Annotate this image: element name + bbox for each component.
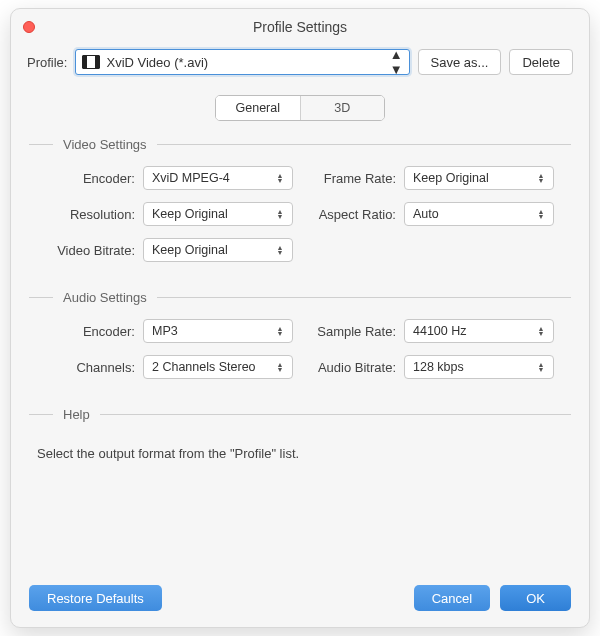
restore-defaults-button[interactable]: Restore Defaults — [29, 585, 162, 611]
sample-rate-select[interactable]: 44100 Hz ▲▼ — [404, 319, 554, 343]
resolution-value: Keep Original — [152, 207, 228, 221]
video-settings-group: Video Settings Encoder: XviD MPEG-4 ▲▼ F… — [29, 137, 571, 262]
audio-bitrate-value: 128 kbps — [413, 360, 464, 374]
video-settings-title: Video Settings — [63, 137, 147, 152]
sample-rate-label: Sample Rate: — [300, 324, 396, 339]
audio-settings-title: Audio Settings — [63, 290, 147, 305]
video-bitrate-select[interactable]: Keep Original ▲▼ — [143, 238, 293, 262]
profile-select[interactable]: XviD Video (*.avi) ▲▼ — [75, 49, 409, 75]
video-encoder-value: XviD MPEG-4 — [152, 171, 230, 185]
window-title: Profile Settings — [253, 19, 347, 35]
chevron-updown-icon: ▲▼ — [535, 209, 547, 219]
titlebar: Profile Settings — [11, 9, 589, 45]
frame-rate-value: Keep Original — [413, 171, 489, 185]
help-title: Help — [63, 407, 90, 422]
video-encoder-select[interactable]: XviD MPEG-4 ▲▼ — [143, 166, 293, 190]
aspect-ratio-label: Aspect Ratio: — [300, 207, 396, 222]
help-header: Help — [29, 407, 571, 422]
chevron-updown-icon: ▲▼ — [274, 326, 286, 336]
chevron-updown-icon: ▲▼ — [274, 209, 286, 219]
chevron-updown-icon: ▲▼ — [274, 245, 286, 255]
video-bitrate-label: Video Bitrate: — [35, 243, 135, 258]
chevron-updown-icon: ▲▼ — [535, 362, 547, 372]
tab-bar: General 3D — [215, 95, 385, 121]
help-group: Help Select the output format from the "… — [29, 407, 571, 521]
tab-general[interactable]: General — [216, 96, 301, 120]
chevron-updown-icon: ▲▼ — [274, 362, 286, 372]
channels-select[interactable]: 2 Channels Stereo ▲▼ — [143, 355, 293, 379]
frame-rate-select[interactable]: Keep Original ▲▼ — [404, 166, 554, 190]
delete-button[interactable]: Delete — [509, 49, 573, 75]
audio-encoder-value: MP3 — [152, 324, 178, 338]
resolution-select[interactable]: Keep Original ▲▼ — [143, 202, 293, 226]
audio-bitrate-label: Audio Bitrate: — [300, 360, 396, 375]
aspect-ratio-value: Auto — [413, 207, 439, 221]
profile-row: Profile: XviD Video (*.avi) ▲▼ Save as..… — [11, 45, 589, 85]
sample-rate-value: 44100 Hz — [413, 324, 467, 338]
video-encoder-label: Encoder: — [35, 171, 135, 186]
tab-3d[interactable]: 3D — [301, 96, 385, 120]
footer: Restore Defaults Cancel OK — [11, 573, 589, 627]
audio-encoder-select[interactable]: MP3 ▲▼ — [143, 319, 293, 343]
chevron-updown-icon: ▲▼ — [535, 173, 547, 183]
content-area: General 3D Video Settings Encoder: XviD … — [11, 85, 589, 521]
audio-bitrate-select[interactable]: 128 kbps ▲▼ — [404, 355, 554, 379]
audio-settings-group: Audio Settings Encoder: MP3 ▲▼ Sample Ra… — [29, 290, 571, 379]
video-settings-header: Video Settings — [29, 137, 571, 152]
film-icon — [82, 55, 100, 69]
chevron-updown-icon: ▲▼ — [274, 173, 286, 183]
ok-button[interactable]: OK — [500, 585, 571, 611]
audio-encoder-label: Encoder: — [35, 324, 135, 339]
frame-rate-label: Frame Rate: — [300, 171, 396, 186]
window-controls — [23, 21, 35, 33]
audio-settings-header: Audio Settings — [29, 290, 571, 305]
profile-settings-window: Profile Settings Profile: XviD Video (*.… — [10, 8, 590, 628]
chevron-updown-icon: ▲▼ — [535, 326, 547, 336]
cancel-button[interactable]: Cancel — [414, 585, 490, 611]
resolution-label: Resolution: — [35, 207, 135, 222]
chevron-updown-icon: ▲▼ — [390, 47, 403, 77]
aspect-ratio-select[interactable]: Auto ▲▼ — [404, 202, 554, 226]
close-icon[interactable] — [23, 21, 35, 33]
profile-value: XviD Video (*.avi) — [106, 55, 383, 70]
channels-value: 2 Channels Stereo — [152, 360, 256, 374]
channels-label: Channels: — [35, 360, 135, 375]
profile-label: Profile: — [27, 55, 67, 70]
save-as-button[interactable]: Save as... — [418, 49, 502, 75]
help-text: Select the output format from the "Profi… — [29, 436, 571, 521]
video-bitrate-value: Keep Original — [152, 243, 228, 257]
